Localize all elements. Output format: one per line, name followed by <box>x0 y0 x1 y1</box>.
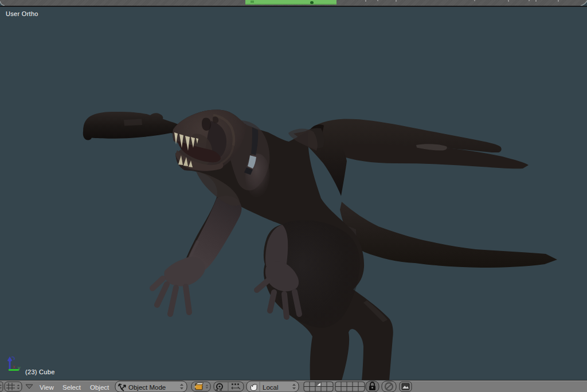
svg-text:Local: Local <box>263 384 279 391</box>
svg-text:Select: Select <box>62 384 81 391</box>
svg-text:Object Mode: Object Mode <box>128 384 166 391</box>
svg-text:View: View <box>40 384 54 391</box>
svg-text:Object: Object <box>90 384 109 391</box>
